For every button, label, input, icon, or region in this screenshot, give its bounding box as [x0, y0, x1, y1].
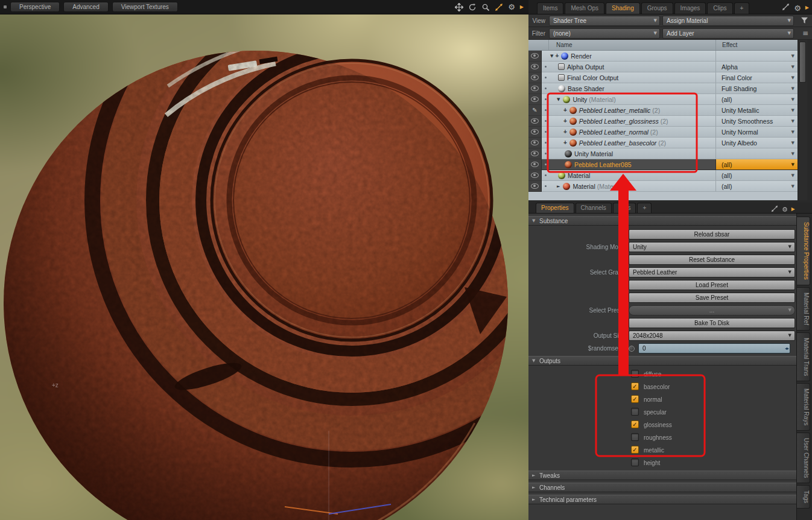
plus-icon[interactable]: +: [563, 139, 567, 146]
viewport-flyout-arrow-icon[interactable]: ▶: [520, 5, 524, 10]
tree-scrollbar[interactable]: [798, 40, 807, 200]
shader-tree-row[interactable]: Material(all)▼: [528, 170, 798, 181]
expander-open-icon[interactable]: ▼: [557, 97, 560, 102]
properties-gear-icon[interactable]: ⚙: [782, 206, 788, 213]
section-technical-parameters[interactable]: ►Technical parameters: [528, 495, 796, 504]
plus-icon[interactable]: +: [563, 118, 567, 124]
plus-icon[interactable]: +: [555, 52, 559, 59]
shader-tree-row[interactable]: Alpha OutputAlpha▼: [528, 62, 798, 72]
visibility-eye-icon[interactable]: [528, 127, 542, 138]
side-tab-substance-properties[interactable]: Substance Properties: [797, 217, 810, 285]
rotate-tool-icon[interactable]: [468, 3, 477, 11]
zoom-tool-icon[interactable]: [481, 3, 490, 11]
bake-to-disk-button[interactable]: Bake To Disk: [629, 318, 795, 328]
section-substance[interactable]: ▼ Substance: [528, 216, 796, 226]
add-layer-dropdown[interactable]: Add Layer ▼: [662, 28, 794, 39]
visibility-eye-icon[interactable]: [528, 51, 542, 62]
edit-pen-icon[interactable]: ✎: [528, 105, 542, 116]
select-graph-dropdown[interactable]: Pebbled Leather▼: [629, 267, 795, 277]
select-preset-dropdown[interactable]: ...▼: [629, 305, 795, 315]
viewport-tab-viewport-textures[interactable]: Viewport Textures: [112, 2, 178, 12]
side-tab-material-trans[interactable]: Material Trans: [797, 332, 810, 381]
properties-flyout-arrow-icon[interactable]: ▶: [791, 207, 795, 212]
assign-material-dropdown[interactable]: Assign Material ▼: [662, 16, 794, 26]
shader-tree-row[interactable]: +Pebbled Leather_basecolor(2)Unity Albed…: [528, 138, 798, 148]
shader-tree-row[interactable]: Pebbled Leather085(all)▼: [528, 159, 798, 170]
shader-tree-row[interactable]: ▼+Render▼: [528, 51, 798, 62]
viewport-options-gear-icon[interactable]: ⚙: [508, 3, 515, 11]
checkbox-metallic[interactable]: ✓: [631, 446, 639, 454]
props-tab-channels[interactable]: Channels: [576, 203, 612, 213]
shader-tree-view-dropdown[interactable]: Shader Tree ▼: [549, 16, 660, 26]
shader-tree-row[interactable]: ►Material(Material)(all)▼: [528, 181, 798, 192]
visibility-eye-icon[interactable]: [528, 83, 542, 94]
section-channels[interactable]: ►Channels: [528, 483, 796, 492]
side-tab-material-rays[interactable]: Material Rays: [797, 383, 810, 431]
shader-tree-row[interactable]: +Pebbled Leather_normal(2)Unity Normal▼: [528, 127, 798, 138]
tree-column-name[interactable]: Name: [549, 40, 715, 50]
effect-dropdown[interactable]: Unity Normal▼: [715, 127, 798, 137]
filter-dropdown[interactable]: (none) ▼: [549, 28, 660, 39]
save-preset-button[interactable]: Save Preset: [629, 293, 795, 303]
visibility-eye-icon[interactable]: [528, 159, 542, 170]
effect-dropdown[interactable]: Final Color▼: [715, 72, 798, 83]
expander-open-icon[interactable]: ▼: [550, 54, 553, 59]
plus-icon[interactable]: +: [563, 128, 567, 135]
shader-tree-row[interactable]: Unity Material▼: [528, 148, 798, 159]
shader-tree-row[interactable]: Base ShaderFull Shading▼: [528, 83, 798, 94]
props-tab-properties[interactable]: Properties: [536, 203, 574, 213]
panel-tab-groups[interactable]: Groups: [641, 2, 673, 14]
panel-tab-mesh-ops[interactable]: Mesh Ops: [565, 2, 604, 14]
stepper-icon[interactable]: ◂▸: [785, 344, 788, 353]
channel-toggle-icon[interactable]: [629, 346, 635, 352]
side-tab-tags[interactable]: Tags: [797, 485, 810, 509]
visibility-eye-icon[interactable]: [528, 138, 542, 148]
effect-dropdown[interactable]: Unity Smoothness▼: [715, 116, 798, 126]
visibility-eye-icon[interactable]: [528, 72, 542, 83]
viewport-3d[interactable]: +z PerspectiveAdvancedViewport Textures …: [0, 0, 528, 520]
effect-dropdown[interactable]: (all)▼: [715, 94, 798, 104]
layer-list-icon[interactable]: ≡: [802, 30, 808, 37]
visibility-eye-icon[interactable]: [528, 94, 542, 105]
filter-funnel-icon[interactable]: [801, 17, 808, 24]
panel-tab-shading[interactable]: Shading: [606, 2, 640, 14]
plus-icon[interactable]: +: [563, 107, 567, 113]
visibility-eye-icon[interactable]: [528, 148, 542, 159]
effect-dropdown[interactable]: Unity Albedo▼: [715, 138, 798, 148]
panel-tab-add[interactable]: +: [734, 2, 750, 14]
effect-dropdown[interactable]: Full Shading▼: [715, 83, 798, 94]
props-tab-add[interactable]: +: [637, 203, 652, 213]
expander-closed-icon[interactable]: ►: [557, 184, 560, 189]
shader-tree-row[interactable]: ✎+Pebbled Leather_metallic(2)Unity Metal…: [528, 105, 798, 116]
shading-mode-dropdown[interactable]: Unity▼: [629, 242, 795, 252]
effect-dropdown[interactable]: ▼: [715, 51, 798, 61]
effect-dropdown[interactable]: (all)▼: [715, 159, 798, 170]
effect-dropdown[interactable]: Unity Metallic▼: [715, 105, 798, 115]
panel-tab-items[interactable]: Items: [537, 2, 563, 14]
section-outputs[interactable]: ▼ Outputs: [528, 356, 796, 366]
props-tab-lists[interactable]: Lists: [613, 203, 636, 213]
load-preset-button[interactable]: Load Preset: [629, 280, 795, 290]
effect-dropdown[interactable]: (all)▼: [715, 181, 798, 191]
tree-scrollbar-thumb[interactable]: [799, 42, 806, 83]
checkbox-specular[interactable]: [631, 408, 639, 416]
panel-flyout-arrow-icon[interactable]: ▶: [805, 5, 809, 10]
checkbox-height[interactable]: [631, 458, 639, 466]
shader-tree-row[interactable]: Final Color OutputFinal Color▼: [528, 72, 798, 83]
shader-tree-row[interactable]: ▼Unity(Material)(all)▼: [528, 94, 798, 105]
side-tab-user-channels[interactable]: User Channels: [797, 433, 810, 483]
effect-dropdown[interactable]: (all)▼: [715, 170, 798, 180]
reload-sbsar-button[interactable]: Reload sbsar: [629, 229, 795, 239]
side-tab-material-ref[interactable]: Material Ref: [797, 287, 810, 331]
output-size-dropdown[interactable]: 2048x2048▼: [629, 331, 795, 341]
effect-dropdown[interactable]: Alpha▼: [715, 62, 798, 72]
effect-dropdown[interactable]: ▼: [715, 148, 798, 159]
panel-tab-clips[interactable]: Clips: [707, 2, 732, 14]
checkbox-glossiness[interactable]: ✓: [631, 420, 639, 428]
checkbox-roughness[interactable]: [631, 433, 639, 441]
pan-tool-icon[interactable]: [455, 3, 463, 11]
shader-tree-row[interactable]: +Pebbled Leather_glossiness(2)Unity Smoo…: [528, 116, 798, 127]
viewport-menu-dot-icon[interactable]: [4, 5, 7, 8]
panel-tab-images[interactable]: Images: [674, 2, 706, 14]
visibility-eye-icon[interactable]: [528, 62, 542, 72]
